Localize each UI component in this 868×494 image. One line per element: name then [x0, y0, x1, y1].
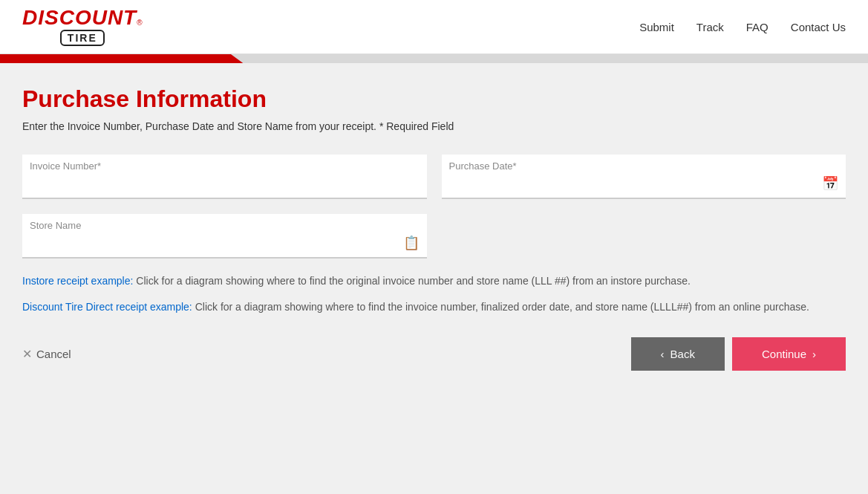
header: DISCOUNT ® TIRE Submit Track FAQ Contact… — [0, 0, 868, 54]
nav-buttons: ‹ Back Continue › — [631, 337, 846, 371]
form-row-2: Store Name 📋 — [22, 214, 846, 259]
back-label: Back — [670, 348, 695, 360]
store-row-spacer — [442, 214, 846, 259]
nav-submit[interactable]: Submit — [639, 21, 674, 33]
store-name-label: Store Name — [30, 220, 81, 231]
instore-receipt-line: Instore receipt example: Click for a dia… — [22, 273, 846, 289]
invoice-label: Invoice Number* — [30, 160, 101, 172]
invoice-field-wrapper: Invoice Number* — [22, 155, 427, 199]
page-title: Purchase Information — [22, 85, 846, 113]
page-subtitle: Enter the Invoice Number, Purchase Date … — [22, 120, 846, 132]
direct-receipt-label[interactable]: Discount Tire Direct receipt example: — [22, 301, 192, 313]
form-row-1: Invoice Number* Purchase Date* 📅 — [22, 155, 846, 199]
buttons-row: ✕ Cancel ‹ Back Continue › — [22, 337, 846, 371]
purchase-date-field-wrapper: Purchase Date* 📅 — [442, 155, 846, 199]
logo-main-text: DISCOUNT — [22, 7, 137, 28]
cancel-button[interactable]: ✕ Cancel — [22, 347, 71, 361]
logo-tire-text: TIRE — [60, 30, 105, 46]
direct-receipt-desc: Click for a diagram showing where to fin… — [195, 301, 809, 313]
purchase-date-label: Purchase Date* — [449, 160, 517, 172]
receipt-links: Instore receipt example: Click for a dia… — [22, 273, 846, 315]
main-nav: Submit Track FAQ Contact Us — [639, 21, 846, 33]
instore-receipt-desc: Click for a diagram showing where to fin… — [136, 275, 691, 287]
nav-contact[interactable]: Contact Us — [791, 21, 846, 33]
main-content: Purchase Information Enter the Invoice N… — [0, 63, 868, 449]
store-name-field-wrapper: Store Name 📋 — [22, 214, 427, 259]
back-button[interactable]: ‹ Back — [631, 337, 725, 371]
store-name-input[interactable] — [30, 237, 397, 249]
logo-registered: ® — [137, 19, 142, 27]
logo-wrapper: DISCOUNT ® TIRE — [22, 7, 143, 46]
purchase-date-input[interactable] — [449, 178, 817, 189]
direct-receipt-line: Discount Tire Direct receipt example: Cl… — [22, 299, 846, 315]
nav-faq[interactable]: FAQ — [746, 21, 769, 33]
invoice-input[interactable] — [30, 178, 420, 189]
progress-bar-fill — [0, 54, 243, 63]
continue-button[interactable]: Continue › — [732, 337, 846, 371]
cancel-label: Cancel — [36, 348, 71, 360]
store-info-icon[interactable]: 📋 — [403, 235, 420, 251]
back-chevron-icon: ‹ — [661, 348, 665, 360]
logo: DISCOUNT ® TIRE — [22, 7, 143, 46]
instore-receipt-label[interactable]: Instore receipt example: — [22, 275, 133, 287]
calendar-icon[interactable]: 📅 — [822, 175, 838, 192]
cancel-icon: ✕ — [22, 347, 32, 361]
progress-bar-area — [0, 54, 868, 63]
nav-track[interactable]: Track — [696, 21, 724, 33]
continue-chevron-icon: › — [812, 348, 816, 360]
continue-label: Continue — [762, 348, 806, 360]
